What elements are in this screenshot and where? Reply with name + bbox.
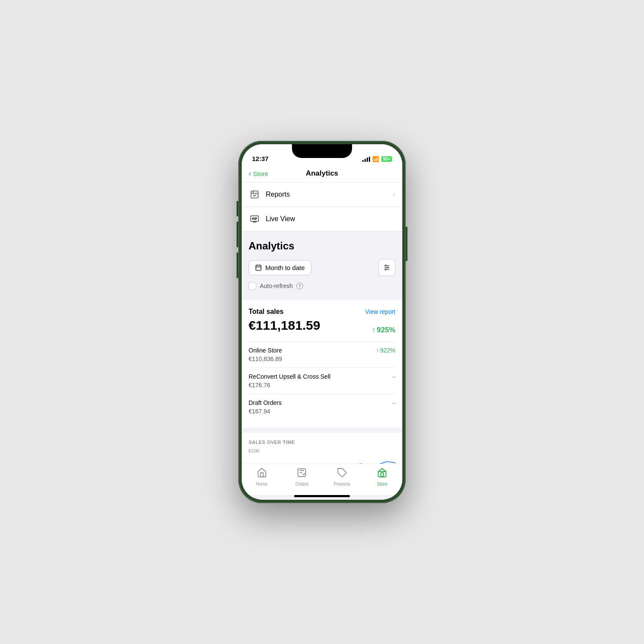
status-time: 12:37 (252, 155, 268, 162)
total-change-value: 925% (377, 326, 395, 334)
draft-orders-name: Draft Orders (249, 399, 282, 406)
products-label: Products (334, 482, 350, 486)
phone-frame: 12:37 📶 90+ ‹ Store Analytics (238, 141, 406, 503)
svg-rect-0 (251, 191, 258, 198)
svg-rect-8 (256, 265, 261, 270)
reports-label: Reports (266, 191, 290, 198)
bottom-navigation: Home Orders (242, 464, 402, 495)
menu-item-live-view[interactable]: Live View (242, 207, 402, 231)
help-icon[interactable]: ? (296, 283, 303, 289)
sales-header: Total sales View report (249, 308, 395, 316)
navigation-bar: ‹ Store Analytics (242, 166, 402, 182)
up-arrow-icon: ↑ (372, 326, 376, 334)
volume-up-button[interactable] (237, 222, 238, 247)
view-report-link[interactable]: View report (365, 308, 395, 315)
home-indicator (294, 495, 350, 497)
sub-item-reconvert: ReConvert Upsell & Cross Sell – €176.76 (249, 368, 395, 394)
auto-refresh-checkbox[interactable] (249, 282, 256, 290)
chart-section: SALES OVER TIME €10K (242, 433, 402, 464)
svg-point-17 (385, 269, 386, 270)
orders-icon (297, 468, 307, 480)
live-view-label: Live View (266, 215, 295, 223)
signal-icon (362, 157, 370, 162)
orders-label: Orders (295, 482, 309, 486)
back-arrow-icon: ‹ (249, 169, 251, 178)
store-label: Store (377, 482, 387, 486)
online-store-arrow: ↑ (376, 347, 379, 354)
online-store-name: Online Store (249, 347, 282, 354)
nav-item-home[interactable]: Home (242, 468, 282, 486)
mute-button[interactable] (237, 201, 238, 216)
notch (292, 144, 352, 158)
reports-icon (249, 188, 261, 200)
chart-title: SALES OVER TIME (249, 440, 395, 445)
sub-item-online-store: Online Store ↑ 922% €110,836.89 (249, 341, 395, 368)
online-store-change: ↑ 922% (376, 347, 395, 354)
auto-refresh-row: Auto-refresh ? (249, 282, 395, 290)
live-view-icon (249, 213, 261, 225)
nav-item-products[interactable]: Products (322, 468, 362, 486)
filter-settings-button[interactable] (378, 259, 395, 276)
analytics-heading: Analytics (249, 240, 395, 252)
svg-point-15 (385, 265, 386, 266)
sales-sub-items: Online Store ↑ 922% €110,836.89 ReConver… (249, 341, 395, 420)
power-button[interactable] (406, 227, 407, 261)
svg-point-16 (387, 267, 389, 268)
date-filter-label: Month to date (265, 264, 305, 271)
reconvert-name: ReConvert Upsell & Cross Sell (249, 373, 331, 380)
svg-rect-7 (255, 219, 256, 219)
nav-item-store[interactable]: Store (362, 468, 403, 486)
chart-y-label: €10K (249, 448, 395, 453)
status-icons: 📶 90+ (362, 156, 392, 162)
filter-row: Month to date (249, 259, 395, 276)
home-icon (257, 468, 267, 480)
products-icon (337, 468, 347, 480)
date-filter-button[interactable]: Month to date (249, 260, 311, 275)
phone-screen: 12:37 📶 90+ ‹ Store Analytics (242, 144, 402, 500)
svg-rect-6 (255, 218, 257, 218)
online-store-amount: €110,836.89 (249, 355, 395, 362)
menu-item-reports[interactable]: Reports › (242, 182, 402, 207)
sales-section: Total sales View report €111,181.59 ↑ 92… (242, 300, 402, 428)
back-button[interactable]: ‹ Store (249, 169, 268, 178)
battery-indicator: 90+ (381, 156, 392, 162)
reconvert-change: – (392, 373, 395, 380)
draft-orders-amount: €167.94 (249, 408, 395, 415)
chevron-right-icon: › (393, 191, 395, 198)
total-sales-amount: €111,181.59 (249, 318, 320, 333)
auto-refresh-label: Auto-refresh (260, 283, 293, 289)
volume-down-button[interactable] (237, 252, 238, 278)
page-title: Analytics (306, 169, 338, 178)
nav-item-orders[interactable]: Orders (282, 468, 322, 486)
draft-orders-change: – (392, 399, 395, 406)
wifi-icon: 📶 (372, 156, 379, 162)
back-label: Store (253, 170, 268, 177)
total-sales-change: ↑ 925% (372, 326, 395, 334)
home-label: Home (256, 482, 267, 486)
total-sales-label: Total sales (249, 308, 284, 316)
menu-section: Reports › (242, 182, 402, 231)
store-icon (377, 468, 387, 480)
chart-area (249, 455, 395, 464)
analytics-section: Analytics Month to date (242, 231, 402, 295)
reconvert-amount: €176.76 (249, 382, 395, 389)
svg-point-5 (252, 218, 254, 219)
screen-content: Reports › (242, 182, 402, 464)
status-bar: 12:37 📶 90+ (242, 144, 402, 166)
sub-item-draft-orders: Draft Orders – €167.94 (249, 394, 395, 420)
